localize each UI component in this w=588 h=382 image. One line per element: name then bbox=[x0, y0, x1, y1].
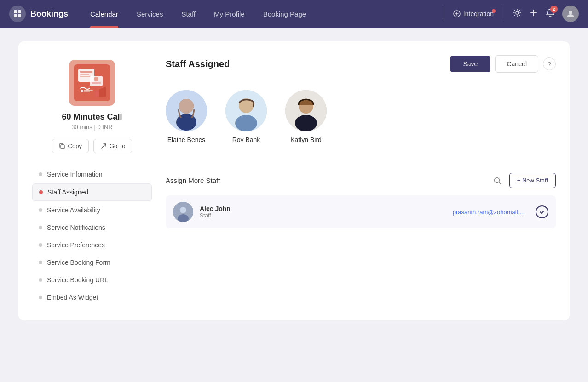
assign-header: Assign More Staff + New Staff bbox=[166, 173, 556, 188]
checkmark-icon bbox=[539, 209, 545, 215]
svg-rect-14 bbox=[92, 82, 101, 84]
svg-rect-2 bbox=[14, 14, 17, 17]
svg-point-27 bbox=[235, 115, 257, 131]
sidebar-service-availability[interactable]: Service Availability bbox=[32, 202, 152, 218]
new-staff-button[interactable]: + New Staff bbox=[509, 173, 556, 188]
staff-list-role: Staff bbox=[200, 212, 446, 219]
add-icon[interactable] bbox=[529, 8, 538, 20]
staff-avatar-elaine bbox=[166, 90, 207, 131]
svg-rect-3 bbox=[18, 14, 21, 17]
staff-card-katlyn: Katlyn Bird bbox=[285, 90, 327, 143]
sidebar-dot bbox=[39, 226, 42, 229]
service-meta: 30 mins | 0 INR bbox=[71, 124, 112, 131]
sidebar-menu: Service Information Staff Assigned Servi… bbox=[32, 166, 152, 307]
sidebar-service-notifications[interactable]: Service Notifications bbox=[32, 219, 152, 236]
svg-rect-16 bbox=[84, 90, 93, 91]
search-icon bbox=[493, 177, 502, 185]
nav-my-profile[interactable]: My Profile bbox=[205, 0, 254, 28]
assign-more-title: Assign More Staff bbox=[166, 177, 490, 184]
goto-button[interactable]: Go To bbox=[93, 139, 132, 153]
sidebar-service-booking-url[interactable]: Service Booking URL bbox=[32, 272, 152, 288]
svg-rect-1 bbox=[18, 10, 21, 13]
action-buttons: Copy Go To bbox=[52, 139, 133, 153]
nav-services[interactable]: Services bbox=[127, 0, 173, 28]
copy-button[interactable]: Copy bbox=[52, 139, 89, 153]
staff-card-roy: Roy Bank bbox=[225, 90, 267, 143]
integration-notification-dot bbox=[492, 9, 496, 13]
staff-list-name: Alec John bbox=[200, 205, 446, 212]
svg-point-32 bbox=[494, 177, 499, 182]
staff-avatar-katlyn bbox=[285, 90, 327, 131]
sidebar-embed-as-widget[interactable]: Embed As Widget bbox=[32, 289, 152, 306]
nav-staff[interactable]: Staff bbox=[172, 0, 205, 28]
nav-booking-page[interactable]: Booking Page bbox=[254, 0, 315, 28]
notifications-icon[interactable]: 2 bbox=[546, 8, 555, 20]
left-panel: 60 Minutes Call 30 mins | 0 INR Copy Go … bbox=[32, 55, 152, 307]
svg-point-22 bbox=[179, 99, 194, 114]
svg-rect-18 bbox=[61, 145, 64, 149]
staff-list-item: Alec John Staff prasanth.ram@zohomail...… bbox=[166, 195, 556, 228]
svg-rect-23 bbox=[179, 118, 194, 127]
staff-list-info: Alec John Staff bbox=[200, 205, 446, 219]
svg-point-5 bbox=[516, 11, 519, 14]
goto-icon bbox=[100, 143, 107, 149]
brand-icon bbox=[9, 6, 26, 22]
nav-right: Integration 2 bbox=[442, 6, 579, 22]
staff-avatar-roy bbox=[225, 90, 267, 131]
save-button[interactable]: Save bbox=[450, 56, 490, 72]
user-avatar[interactable] bbox=[562, 6, 579, 22]
staff-header: Staff Assigned Save Cancel ? bbox=[166, 55, 556, 73]
sidebar-dot bbox=[39, 172, 42, 176]
cancel-button[interactable]: Cancel bbox=[495, 55, 538, 73]
staff-name-elaine: Elaine Benes bbox=[167, 136, 206, 143]
service-card: 60 Minutes Call 30 mins | 0 INR Copy Go … bbox=[18, 41, 570, 320]
staff-name-roy: Roy Bank bbox=[232, 136, 260, 143]
svg-point-15 bbox=[81, 90, 83, 92]
sidebar-dot-active bbox=[39, 190, 43, 194]
svg-point-34 bbox=[180, 207, 186, 213]
search-staff-button[interactable] bbox=[490, 173, 505, 188]
service-name: 60 Minutes Call bbox=[62, 112, 122, 122]
svg-point-13 bbox=[94, 77, 98, 81]
svg-rect-17 bbox=[84, 91, 90, 92]
sidebar-dot bbox=[39, 278, 42, 282]
sidebar-staff-assigned[interactable]: Staff Assigned bbox=[32, 183, 152, 201]
sidebar-dot bbox=[39, 261, 42, 264]
sidebar-service-booking-form[interactable]: Service Booking Form bbox=[32, 254, 152, 271]
notification-badge: 2 bbox=[550, 6, 558, 13]
main-content: 60 Minutes Call 30 mins | 0 INR Copy Go … bbox=[0, 28, 588, 334]
sidebar-dot bbox=[39, 208, 42, 212]
nav-divider bbox=[444, 7, 444, 21]
nav-calendar[interactable]: Calendar bbox=[81, 0, 127, 28]
brand-name: Bookings bbox=[30, 9, 68, 19]
staff-list-email: prasanth.ram@zohomail.... bbox=[453, 209, 525, 216]
staff-list-avatar bbox=[173, 202, 193, 222]
settings-icon[interactable] bbox=[513, 8, 522, 20]
sidebar-dot bbox=[39, 296, 42, 299]
staff-card-elaine: Elaine Benes bbox=[166, 90, 207, 143]
nav-divider2 bbox=[503, 7, 503, 21]
sidebar-dot bbox=[39, 243, 42, 247]
assigned-staff-list: Elaine Benes Roy Bank bbox=[166, 86, 556, 148]
svg-rect-0 bbox=[14, 10, 17, 13]
integration-btn[interactable]: Integration bbox=[453, 10, 494, 17]
svg-point-6 bbox=[569, 11, 572, 14]
copy-icon bbox=[59, 143, 65, 149]
svg-rect-9 bbox=[80, 71, 92, 73]
staff-name-katlyn: Katlyn Bird bbox=[290, 136, 322, 143]
svg-point-31 bbox=[295, 115, 317, 131]
right-panel: Staff Assigned Save Cancel ? bbox=[166, 55, 556, 307]
assign-more-section: Assign More Staff + New Staff bbox=[166, 165, 556, 228]
nav-items: Calendar Services Staff My Profile Booki… bbox=[81, 0, 438, 28]
navbar: Bookings Calendar Services Staff My Prof… bbox=[0, 0, 588, 28]
svg-rect-10 bbox=[80, 74, 89, 75]
sidebar-service-preferences[interactable]: Service Preferences bbox=[32, 237, 152, 253]
staff-check-icon[interactable] bbox=[536, 205, 548, 218]
staff-title: Staff Assigned bbox=[166, 59, 450, 69]
sidebar-service-information[interactable]: Service Information bbox=[32, 166, 152, 182]
brand-logo[interactable]: Bookings bbox=[9, 6, 68, 22]
service-thumbnail bbox=[69, 60, 115, 106]
help-icon[interactable]: ? bbox=[543, 57, 556, 70]
svg-rect-11 bbox=[80, 76, 91, 77]
